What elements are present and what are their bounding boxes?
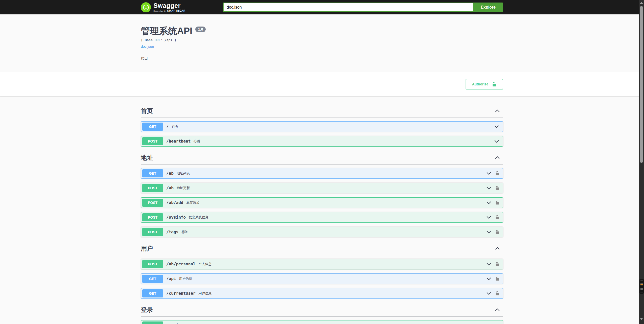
chevron-up-icon[interactable] (495, 307, 500, 313)
operation-row[interactable]: POST /heartbeat 心跳 (141, 136, 503, 147)
operation-summary: 用户信息 (179, 276, 192, 281)
operation-path: /ab/personal (166, 262, 196, 266)
method-badge: POST (142, 199, 163, 207)
topbar: {…} Swagger Supported bySMARTBEAR Explor… (0, 0, 644, 14)
chevron-down-icon[interactable] (486, 276, 492, 282)
operation-summary: 心跳 (194, 139, 200, 144)
chevron-up-icon[interactable] (495, 155, 500, 160)
version-badge: 1.0 (195, 27, 206, 32)
method-badge: GET (142, 123, 163, 131)
api-info-section: 管理系统API 1.0 [ Base URL: /api ] doc.json … (0, 14, 644, 72)
base-url: [ Base URL: /api ] (141, 38, 503, 42)
unlock-icon (492, 82, 497, 87)
operation-path: /ab/add (166, 200, 183, 205)
scroll-down-arrow-icon[interactable] (640, 318, 643, 320)
method-badge: POST (142, 184, 163, 192)
operation-summary: 地址列表 (177, 171, 190, 176)
api-title: 管理系统API (141, 26, 192, 36)
logo-title: Swagger (153, 3, 185, 9)
section-header[interactable]: 地址 (141, 154, 503, 165)
operation-path: /api (166, 276, 176, 281)
chevron-down-icon[interactable] (486, 200, 492, 205)
operation-row[interactable]: POST /ab 地址更新 (141, 183, 503, 193)
smartbear-text: SMARTBEAR (167, 9, 185, 12)
method-badge: GET (142, 289, 163, 297)
scrollbar-thumb[interactable] (640, 6, 643, 163)
operations-area: 首页 GET / 首页 POST /heartbeat 心跳 (0, 96, 644, 324)
authorize-label: Authorize (472, 82, 488, 86)
section-header[interactable]: 首页 (141, 107, 503, 118)
chevron-down-icon[interactable] (494, 138, 499, 144)
opblock-tag-section: 登录 POST /login 登录 POST /login/captcha 登录… (141, 306, 503, 324)
section-title: 登录 (141, 306, 153, 314)
operation-summary: 标签添加 (186, 200, 199, 205)
opblock-tag-section: 首页 GET / 首页 POST /heartbeat 心跳 (141, 107, 503, 147)
lock-icon[interactable] (495, 262, 499, 266)
operation-summary: 标签 (181, 230, 188, 234)
section-title: 用户 (141, 244, 153, 252)
operation-path: /tags (166, 229, 178, 234)
operation-row[interactable]: GET /api 用户信息 (141, 273, 503, 284)
operation-row[interactable]: POST /ab/personal 个人信息 (141, 259, 503, 269)
api-description: 接口 (141, 56, 503, 61)
lock-icon[interactable] (495, 291, 499, 295)
method-badge: POST (142, 228, 163, 236)
operation-summary: 首页 (172, 124, 178, 129)
explore-form: Explore (223, 3, 503, 12)
chevron-up-icon[interactable] (495, 108, 500, 114)
section-operations: GET /ab 地址列表 POST /ab 地址更新 (141, 168, 503, 237)
chevron-down-icon[interactable] (486, 185, 492, 191)
spec-url-input[interactable] (223, 3, 473, 12)
spec-link[interactable]: doc.json (141, 44, 154, 49)
lock-icon[interactable] (495, 215, 499, 219)
scrollbar-track[interactable] (639, 0, 644, 324)
scroll-minimap[interactable] (639, 279, 644, 294)
swagger-logo[interactable]: {…} Swagger Supported bySMARTBEAR (141, 2, 185, 12)
chevron-down-icon[interactable] (486, 261, 492, 267)
chevron-down-icon[interactable] (494, 124, 499, 129)
operation-summary: 地址更新 (177, 186, 190, 190)
operation-row[interactable]: GET / 首页 (141, 121, 503, 132)
operation-path: /currentUser (166, 291, 196, 296)
chevron-up-icon[interactable] (495, 246, 500, 251)
section-header[interactable]: 用户 (141, 244, 503, 255)
section-title: 地址 (141, 154, 153, 162)
opblock-tag-section: 用户 POST /ab/personal 个人信息 (141, 244, 503, 299)
operation-summary: 提交系统信息 (189, 215, 208, 220)
method-badge: POST (142, 321, 163, 324)
scheme-container: Authorize (0, 72, 644, 96)
scroll-up-arrow-icon[interactable] (640, 2, 643, 4)
chevron-down-icon[interactable] (486, 291, 492, 296)
operation-summary: 个人信息 (199, 262, 212, 266)
operation-path: /heartbeat (166, 139, 191, 144)
explore-button[interactable]: Explore (473, 3, 503, 12)
method-badge: POST (142, 260, 163, 268)
section-header[interactable]: 登录 (141, 306, 503, 317)
lock-icon[interactable] (495, 200, 499, 205)
method-badge: GET (142, 169, 163, 177)
method-badge: POST (142, 137, 163, 145)
operation-row[interactable]: POST /login 登录 (141, 320, 503, 324)
lock-icon[interactable] (495, 171, 499, 175)
lock-icon[interactable] (495, 230, 499, 234)
operation-row[interactable]: GET /ab 地址列表 (141, 168, 503, 179)
lock-icon[interactable] (495, 186, 499, 190)
operation-row[interactable]: POST /sysinfo 提交系统信息 (141, 212, 503, 223)
authorize-button[interactable]: Authorize (466, 79, 503, 89)
opblock-tag-section: 地址 GET /ab 地址列表 POST (141, 154, 503, 237)
operation-row[interactable]: GET /currentUser 用户信息 (141, 288, 503, 299)
operation-row[interactable]: POST /ab/add 标签添加 (141, 197, 503, 208)
logo-tagline: Supported bySMARTBEAR (153, 10, 185, 12)
section-operations: POST /ab/personal 个人信息 GET /api 用户信息 (141, 259, 503, 299)
chevron-down-icon[interactable] (486, 171, 492, 176)
api-sections: 首页 GET / 首页 POST /heartbeat 心跳 (138, 107, 506, 324)
chevron-down-icon[interactable] (494, 323, 499, 324)
chevron-down-icon[interactable] (486, 229, 492, 235)
operation-row[interactable]: POST /tags 标签 (141, 227, 503, 237)
method-badge: GET (142, 275, 163, 283)
operation-path: /ab (166, 186, 174, 190)
operation-summary: 用户信息 (199, 291, 212, 296)
lock-icon[interactable] (495, 276, 499, 281)
chevron-down-icon[interactable] (486, 215, 492, 220)
swagger-logo-icon: {…} (141, 2, 151, 12)
